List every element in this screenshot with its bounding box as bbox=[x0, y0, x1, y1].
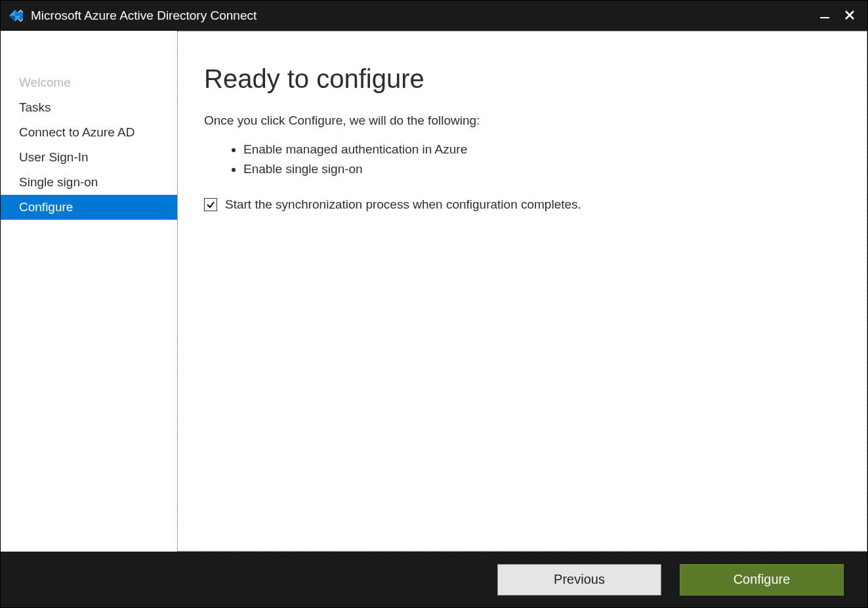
nav-user-signin[interactable]: User Sign-In bbox=[1, 145, 177, 170]
app-window: Microsoft Azure Active Directory Connect… bbox=[0, 0, 868, 608]
window-title: Microsoft Azure Active Directory Connect bbox=[31, 9, 820, 23]
sidebar: Welcome Tasks Connect to Azure AD User S… bbox=[1, 31, 178, 552]
intro-text: Once you click Configure, we will do the… bbox=[204, 113, 840, 128]
sync-checkbox-row: Start the synchronization process when c… bbox=[204, 197, 840, 212]
configure-button[interactable]: Configure bbox=[680, 564, 844, 596]
main-content: Ready to configure Once you click Config… bbox=[178, 31, 867, 552]
action-item: Enable managed authentication in Azure bbox=[243, 140, 840, 159]
close-button[interactable] bbox=[845, 9, 854, 23]
minimize-button[interactable] bbox=[820, 9, 829, 23]
titlebar: Microsoft Azure Active Directory Connect bbox=[1, 1, 867, 31]
previous-button[interactable]: Previous bbox=[497, 564, 661, 596]
nav-configure[interactable]: Configure bbox=[1, 195, 177, 220]
azure-logo-icon bbox=[7, 8, 23, 24]
footer: Previous Configure bbox=[1, 552, 867, 607]
nav-tasks[interactable]: Tasks bbox=[1, 95, 177, 120]
svg-rect-4 bbox=[820, 17, 829, 18]
body: Welcome Tasks Connect to Azure AD User S… bbox=[1, 31, 867, 552]
nav-connect-azure-ad[interactable]: Connect to Azure AD bbox=[1, 120, 177, 145]
svg-marker-3 bbox=[9, 16, 15, 22]
page-heading: Ready to configure bbox=[204, 64, 840, 94]
nav-welcome[interactable]: Welcome bbox=[1, 70, 177, 95]
nav-single-signon[interactable]: Single sign-on bbox=[1, 170, 177, 195]
sync-checkbox[interactable] bbox=[204, 198, 217, 211]
action-item: Enable single sign-on bbox=[243, 159, 840, 179]
actions-list: Enable managed authentication in Azure E… bbox=[204, 140, 840, 179]
window-controls bbox=[820, 9, 861, 23]
sync-checkbox-label: Start the synchronization process when c… bbox=[225, 197, 581, 212]
